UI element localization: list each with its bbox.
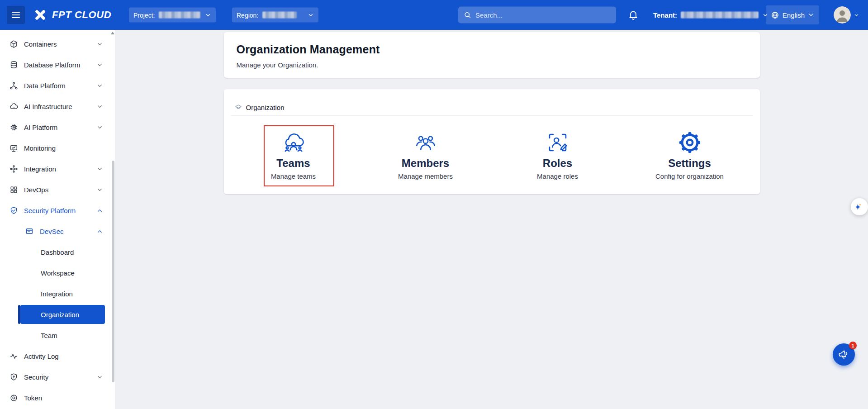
main-content: Organization Management Manage your Orga… [115,30,868,409]
sidebar-item-monitoring[interactable]: Monitoring [0,138,115,158]
shield-check-icon [9,206,18,215]
settings-gear-icon [624,130,756,155]
tile-roles-title: Roles [492,157,624,170]
chevron-down-icon [96,124,103,131]
announcements-button[interactable]: 1 [833,343,855,366]
search-input[interactable] [475,11,611,19]
logo-text: FPT CLOUD [52,9,111,21]
tenant-label: Tenant: [653,11,677,19]
sidebar-item-data-platform[interactable]: Data Platform [0,75,115,96]
scroll-up-arrow-icon[interactable] [111,32,114,34]
chevron-down-icon [96,103,103,110]
megaphone-icon [837,348,851,361]
sidebar: Containers Database Platform Data Platfo… [0,30,115,409]
organization-tiles: Teams Manage teams Members Manage member… [224,116,760,180]
tile-settings-description: Config for organization [624,172,756,180]
globe-icon [771,11,779,19]
tile-settings[interactable]: Settings Config for organization [624,130,756,180]
global-search [458,7,616,24]
project-selector[interactable]: Project: [129,8,216,23]
sidebar-item-ai-platform[interactable]: AI Platform [0,117,115,138]
chevron-down-icon [854,12,859,18]
devops-icon [9,185,18,194]
sidebar-item-security[interactable]: Security [0,366,115,387]
activity-log-icon [9,352,18,361]
tile-roles-description: Manage roles [492,172,624,180]
chevron-down-icon [96,374,103,380]
avatar [834,6,851,24]
tenant-value-redacted [681,12,759,19]
teams-cloud-icon [228,130,360,155]
roles-icon [492,130,624,155]
sidebar-scrollbar[interactable] [111,30,115,409]
sidebar-item-team[interactable]: Team [0,325,115,346]
sidebar-item-integration-sub[interactable]: Integration [0,283,115,304]
tile-teams-description: Manage teams [228,172,360,180]
page-header-card: Organization Management Manage your Orga… [224,32,760,78]
organization-card: Organization Teams Manage teams [224,89,760,194]
sidebar-item-ai-infrastructure[interactable]: AI Infrastructure [0,96,115,117]
chevron-down-icon [96,62,103,68]
sidebar-item-integration[interactable]: Integration [0,158,115,179]
page-title: Organization Management [237,43,747,56]
sparkle-icon [854,203,862,211]
tile-members[interactable]: Members Manage members [360,130,492,180]
sidebar-item-activity-log[interactable]: Activity Log [0,346,115,366]
chevron-down-icon [808,12,814,18]
tile-members-description: Manage members [360,172,492,180]
database-icon [9,60,18,69]
devsec-icon [25,227,34,236]
language-label: English [783,11,805,19]
sidebar-item-organization[interactable]: Organization [20,305,105,324]
integration-icon [9,164,18,173]
region-selector[interactable]: Region: [232,8,318,23]
project-label: Project: [133,11,155,19]
chevron-down-icon [96,166,103,172]
tile-teams-title: Teams [228,157,360,170]
tile-settings-title: Settings [624,157,756,170]
region-label: Region: [237,11,258,19]
sidebar-item-database-platform[interactable]: Database Platform [0,54,115,75]
user-menu[interactable] [834,6,859,24]
page-subtitle: Manage your Organization. [237,61,747,69]
chip-icon [9,123,18,132]
assistant-widget[interactable] [851,198,868,215]
top-navbar: FPT CLOUD Project: Region: Tenant: [0,0,868,30]
sidebar-item-devsec[interactable]: DevSec [0,221,115,242]
notifications-button[interactable] [626,8,640,22]
members-icon [360,130,492,155]
sidebar-item-security-platform[interactable]: Security Platform [0,200,115,221]
fpt-cloud-logo: FPT CLOUD [33,7,111,23]
layers-icon [235,104,242,111]
tile-teams[interactable]: Teams Manage teams [228,130,360,180]
chevron-down-icon [205,12,211,18]
containers-icon [9,39,18,48]
chevron-up-icon [96,228,103,235]
tile-members-title: Members [360,157,492,170]
chevron-down-icon [308,12,314,18]
chevron-down-icon [96,82,103,89]
monitoring-icon [9,143,18,152]
hamburger-icon [10,10,21,20]
tenant-selector[interactable]: Tenant: [653,11,768,19]
sidebar-item-devops[interactable]: DevOps [0,179,115,200]
menu-button[interactable] [7,6,25,24]
sidebar-item-dashboard[interactable]: Dashboard [0,242,115,262]
tile-roles[interactable]: Roles Manage roles [492,130,624,180]
chevron-up-icon [96,207,103,214]
token-icon [9,393,18,402]
chevron-down-icon [96,186,103,193]
scrollbar-thumb[interactable] [112,161,114,382]
data-platform-icon [9,81,18,90]
region-value-redacted [262,12,297,19]
sidebar-item-containers[interactable]: Containers [0,33,115,54]
search-icon [464,11,471,19]
sidebar-item-token[interactable]: Token [0,387,115,408]
project-value-redacted [159,12,200,19]
bell-icon [628,10,639,20]
organization-card-header: Organization [224,89,760,111]
sidebar-item-workspace[interactable]: Workspace [0,262,115,283]
language-selector[interactable]: English [766,5,819,24]
chevron-down-icon [96,41,103,48]
shield-lock-icon [9,372,18,381]
